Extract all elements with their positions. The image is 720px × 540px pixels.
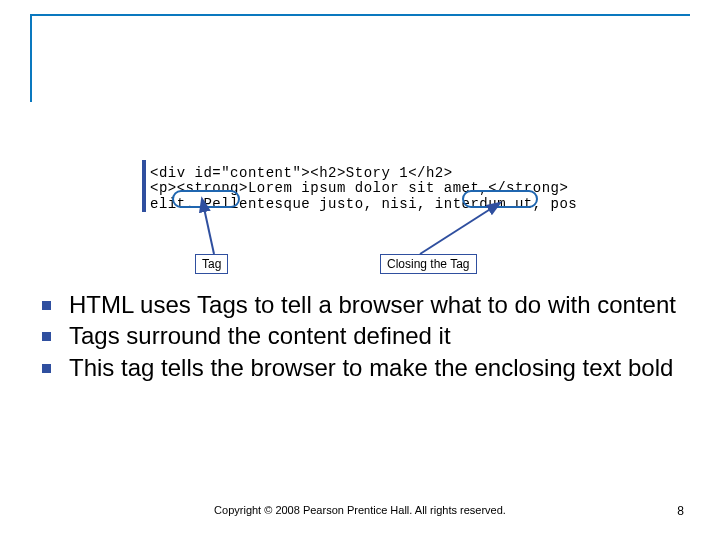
bullet-icon — [42, 332, 51, 341]
page-number: 8 — [677, 504, 684, 518]
bullet-icon — [42, 364, 51, 373]
pointer-tag — [170, 204, 250, 259]
copyright-footer: Copyright © 2008 Pearson Prentice Hall. … — [0, 504, 720, 516]
code-line-1: <div id="content"><h2>Story 1</h2> — [150, 166, 576, 181]
bullet-text-3: This tag tells the browser to make the e… — [69, 353, 690, 382]
list-item: HTML uses Tags to tell a browser what to… — [42, 290, 690, 319]
left-rule — [30, 14, 32, 102]
callout-tag: Tag — [195, 254, 228, 274]
bullet-list: HTML uses Tags to tell a browser what to… — [42, 290, 690, 384]
bullet-text-2: Tags surround the content defined it — [69, 321, 690, 350]
svg-line-1 — [420, 208, 492, 254]
top-rule — [30, 14, 690, 16]
list-item: Tags surround the content defined it — [42, 321, 690, 350]
svg-line-0 — [204, 208, 214, 254]
bullet-text-1: HTML uses Tags to tell a browser what to… — [69, 290, 690, 319]
pointer-closing — [400, 204, 520, 259]
callout-closing-tag: Closing the Tag — [380, 254, 477, 274]
list-item: This tag tells the browser to make the e… — [42, 353, 690, 382]
bullet-icon — [42, 301, 51, 310]
